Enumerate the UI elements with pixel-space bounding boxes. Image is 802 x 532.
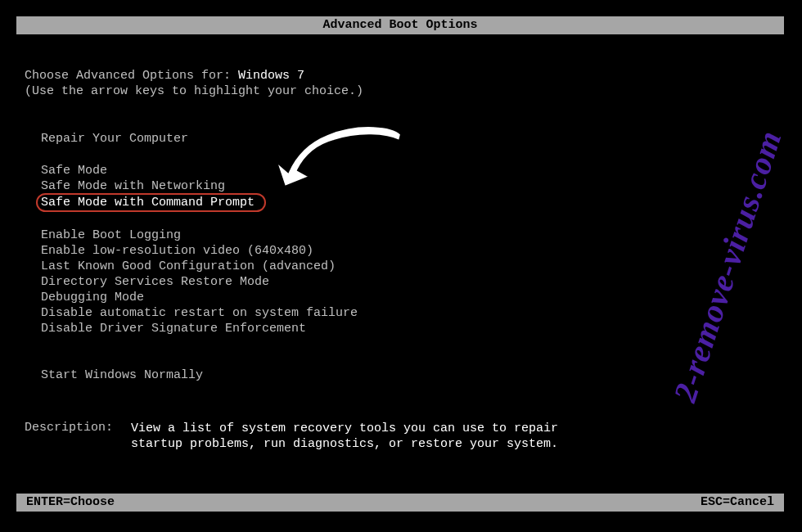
menu-item-low-res-video[interactable]: Enable low-resolution video (640x480): [41, 243, 777, 259]
os-name: Windows 7: [238, 69, 304, 83]
menu-item-disable-auto-restart[interactable]: Disable automatic restart on system fail…: [41, 305, 777, 321]
menu-group-normal: Start Windows Normally: [41, 367, 777, 383]
description-block: Description: View a list of system recov…: [25, 421, 777, 452]
prompt-line: Choose Advanced Options for: Windows 7: [25, 69, 777, 83]
footer-esc-hint: ESC=Cancel: [701, 494, 774, 512]
menu-group-repair: Repair Your Computer: [41, 131, 777, 147]
menu-item-safe-mode-command-prompt[interactable]: Safe Mode with Command Prompt: [36, 193, 266, 212]
menu-item-start-normally[interactable]: Start Windows Normally: [41, 367, 777, 383]
menu-item-safe-mode[interactable]: Safe Mode: [41, 163, 777, 178]
boot-menu[interactable]: Repair Your Computer Safe Mode Safe Mode…: [41, 131, 777, 383]
hint-line: (Use the arrow keys to highlight your ch…: [25, 84, 777, 98]
menu-item-directory-services-restore[interactable]: Directory Services Restore Mode: [41, 274, 777, 290]
footer-enter-hint: ENTER=Choose: [26, 494, 115, 512]
menu-group-safe-mode: Safe Mode Safe Mode with Networking Safe…: [41, 163, 777, 211]
boot-options-screen: Advanced Boot Options Choose Advanced Op…: [16, 16, 786, 516]
prompt-prefix: Choose Advanced Options for:: [25, 69, 238, 83]
screen-title: Advanced Boot Options: [322, 18, 477, 32]
footer-bar: ENTER=Choose ESC=Cancel: [16, 494, 784, 512]
title-bar: Advanced Boot Options: [16, 16, 784, 34]
menu-item-safe-mode-networking[interactable]: Safe Mode with Networking: [41, 178, 777, 194]
menu-item-disable-driver-sig[interactable]: Disable Driver Signature Enforcement: [41, 321, 777, 336]
menu-item-debugging-mode[interactable]: Debugging Mode: [41, 290, 777, 305]
description-text: View a list of system recovery tools you…: [131, 421, 589, 452]
content-area: Choose Advanced Options for: Windows 7 (…: [16, 69, 786, 452]
menu-item-repair-computer[interactable]: Repair Your Computer: [41, 131, 777, 147]
description-label: Description:: [25, 421, 131, 452]
menu-item-boot-logging[interactable]: Enable Boot Logging: [41, 228, 777, 243]
menu-group-advanced: Enable Boot Logging Enable low-resolutio…: [41, 228, 777, 336]
menu-item-last-known-good[interactable]: Last Known Good Configuration (advanced): [41, 259, 777, 274]
